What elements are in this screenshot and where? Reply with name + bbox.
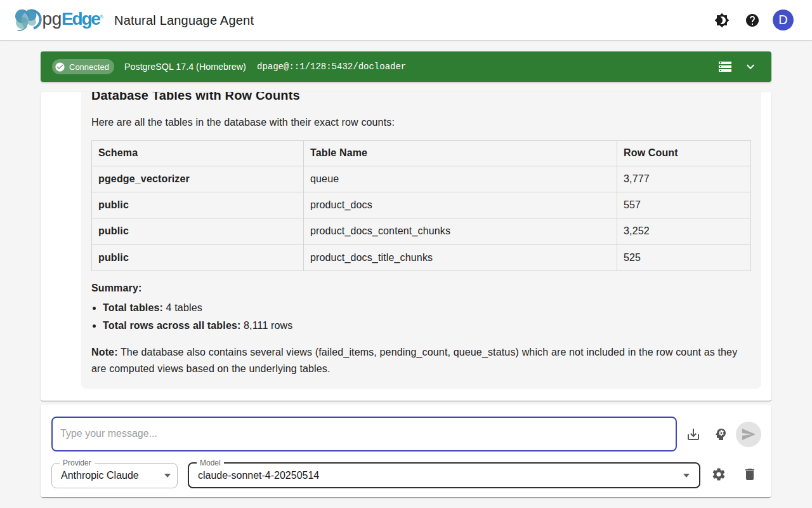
svg-text:®: ®: [100, 14, 103, 20]
svg-text:pg: pg: [43, 9, 62, 29]
svg-text:Edge: Edge: [62, 9, 100, 29]
